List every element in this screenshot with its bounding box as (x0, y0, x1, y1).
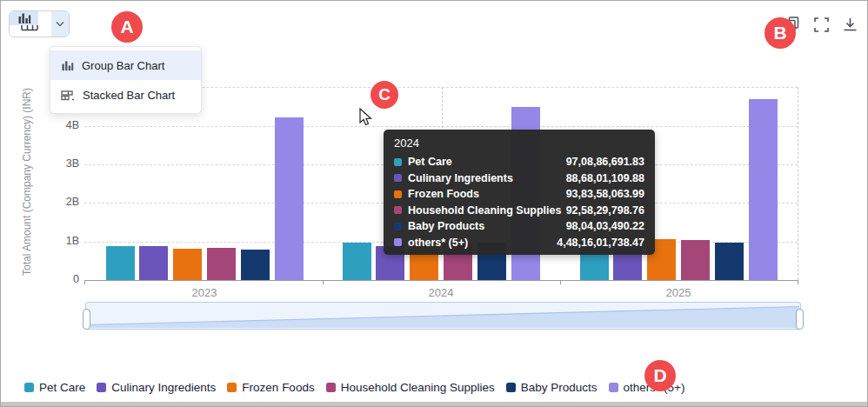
tooltip-series-swatch (394, 223, 402, 230)
menu-item-label: Group Bar Chart (82, 59, 164, 72)
y-tick-label: 1B (53, 235, 79, 247)
tooltip-series-value: 88,68,01,109.88 (566, 172, 644, 184)
legend-item-household-cleaning-supplies[interactable]: Household Cleaning Supplies (326, 381, 495, 394)
menu-item-group-bar-chart[interactable]: Group Bar Chart (50, 50, 201, 80)
tooltip-series-name: Culinary Ingredients (408, 172, 566, 184)
tooltip-series-swatch (394, 158, 402, 166)
chart-legend: Pet CareCulinary IngredientsFrozen Foods… (24, 381, 685, 394)
data-zoom-preview (86, 303, 800, 329)
legend-swatch (24, 383, 34, 392)
tooltip-series-swatch (394, 190, 402, 198)
data-zoom-left-handle[interactable] (83, 309, 90, 330)
legend-swatch (609, 383, 618, 392)
tooltip-series-name: others* (5+) (408, 237, 557, 249)
legend-label: Frozen Foods (242, 381, 314, 394)
tooltip-row: others* (5+)4,48,16,01,738.47 (394, 235, 644, 251)
tooltip-series-swatch (394, 206, 402, 214)
x-axis-tick (323, 280, 324, 284)
menu-item-stacked-bar-chart[interactable]: Stacked Bar Chart (50, 80, 201, 110)
x-axis-tick (560, 280, 561, 284)
tooltip-row: Pet Care97,08,86,691.83 (394, 154, 644, 170)
x-category-label-2024: 2024 (415, 286, 467, 299)
legend-swatch (227, 383, 237, 392)
tooltip-series-swatch (394, 238, 402, 246)
bar-2023-household-cleaning-supplies[interactable] (207, 248, 236, 280)
y-tick-label: 2B (53, 196, 79, 208)
bar-2023-baby-products[interactable] (241, 250, 270, 280)
legend-item-frozen-foods[interactable]: Frozen Foods (227, 381, 314, 394)
tooltip-row: Baby Products98,04,03,490.22 (394, 218, 644, 235)
x-axis-tick (798, 280, 798, 284)
tooltip-series-swatch (394, 174, 402, 182)
data-zoom-right-handle[interactable] (796, 309, 804, 330)
chart-widget-window: Group Bar ChartStacked Bar Chart (0, 0, 868, 407)
horizontal-scrollbar[interactable] (1, 402, 867, 406)
legend-swatch (326, 383, 336, 392)
x-category-label-2023: 2023 (178, 286, 230, 299)
bar-2023-pet-care[interactable] (106, 246, 135, 280)
tooltip-series-value: 98,04,03,490.22 (566, 220, 644, 232)
tooltip-series-name: Frozen Foods (408, 188, 566, 200)
tooltip-series-name: Household Cleaning Supplies (408, 204, 566, 217)
y-tick-label: 3B (53, 157, 79, 170)
tooltip-series-name: Baby Products (408, 220, 566, 232)
legend-label: Culinary Ingredients (111, 381, 216, 394)
bar-2023-frozen-foods[interactable] (173, 249, 202, 280)
chart-tooltip: 2024 Pet Care97,08,86,691.83Culinary Ing… (384, 130, 655, 255)
x-axis-tick (84, 280, 85, 284)
axis-pointer-line (442, 87, 443, 128)
annotation-badge-b: B (765, 17, 796, 49)
tooltip-series-value: 92,58,29,798.76 (566, 204, 644, 217)
stacked-bar-chart-icon (61, 89, 75, 102)
annotation-badge-c: C (371, 81, 398, 109)
tooltip-title: 2024 (394, 137, 644, 150)
bar-2025-baby-products[interactable] (715, 243, 744, 280)
legend-label: Baby Products (521, 381, 598, 394)
bar-2024-pet-care[interactable] (343, 243, 371, 280)
bar-2025-household-cleaning-supplies[interactable] (681, 240, 710, 280)
tooltip-series-value: 4,48,16,01,738.47 (557, 237, 644, 249)
group-bar-chart-icon (61, 59, 74, 72)
x-category-label-2025: 2025 (652, 286, 704, 299)
tooltip-row: Culinary Ingredients88,68,01,109.88 (394, 170, 644, 187)
plot-right-split-line (798, 87, 798, 280)
tooltip-row: Frozen Foods93,83,58,063.99 (394, 186, 644, 203)
legend-label: Pet Care (39, 381, 85, 394)
legend-item-baby-products[interactable]: Baby Products (506, 381, 598, 394)
legend-swatch (97, 383, 106, 392)
annotation-badge-d: D (644, 360, 676, 391)
tooltip-series-name: Pet Care (408, 156, 566, 168)
tooltip-series-value: 97,08,86,691.83 (566, 156, 644, 168)
bar-2023-culinary-ingredients[interactable] (139, 246, 168, 280)
y-tick-label: 4B (53, 119, 79, 131)
menu-item-label: Stacked Bar Chart (83, 89, 175, 102)
mouse-cursor-icon (359, 108, 373, 130)
annotation-badge-a: A (111, 11, 143, 43)
legend-swatch (506, 383, 516, 392)
legend-item-culinary-ingredients[interactable]: Culinary Ingredients (97, 381, 216, 394)
bar-2023-others-5-[interactable] (275, 117, 304, 280)
legend-label: Household Cleaning Supplies (341, 381, 495, 394)
y-tick-label: 0 (53, 273, 79, 285)
x-axis-line (84, 280, 798, 281)
legend-item-pet-care[interactable]: Pet Care (24, 381, 85, 394)
y-axis-title: Total Amount (Company Currency) (INR) (21, 81, 33, 283)
bar-2025-others-5-[interactable] (749, 99, 778, 280)
tooltip-row: Household Cleaning Supplies92,58,29,798.… (394, 203, 644, 219)
gridline-4b (84, 126, 798, 127)
data-zoom-slider[interactable] (85, 302, 801, 330)
tooltip-series-value: 93,83,58,063.99 (566, 188, 644, 200)
chart-type-menu: Group Bar ChartStacked Bar Chart (50, 46, 202, 114)
